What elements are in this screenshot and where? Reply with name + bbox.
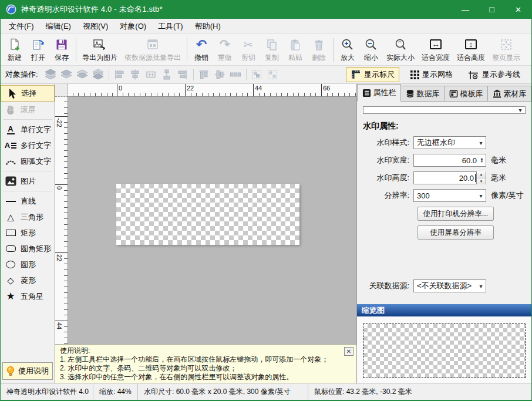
ungroup-icon bbox=[265, 68, 281, 82]
fit-height-icon: ↕ bbox=[465, 39, 477, 49]
tool-diamond[interactable]: ◇ 菱形 bbox=[1, 272, 55, 288]
toolbar-separator bbox=[333, 38, 334, 62]
new-button[interactable]: 新建 bbox=[3, 35, 26, 64]
fit-height-button[interactable]: ↕ 适合高度 bbox=[453, 35, 489, 64]
toolbox-separator bbox=[3, 119, 52, 120]
toolbox-separator bbox=[3, 171, 52, 171]
help-line-1: 1. 左侧工具栏中选择一个功能后，在画布区域按住鼠标左键拖动，即可添加一个对象； bbox=[60, 355, 352, 364]
status-zoom-level: 缩放: 44% bbox=[93, 384, 138, 400]
batch-export-icon bbox=[146, 36, 160, 52]
ruler-icon bbox=[351, 69, 361, 80]
watermark-height-input[interactable]: 20.0 ▲▼ bbox=[413, 171, 486, 184]
tool-arc-text[interactable]: 圆弧文字 bbox=[1, 153, 55, 169]
design-canvas[interactable] bbox=[68, 97, 356, 344]
distribute-horizontal-icon bbox=[228, 68, 244, 82]
width-spin-arrows[interactable]: ▲▼ bbox=[478, 157, 486, 163]
zoom-in-button[interactable]: 放大 bbox=[336, 35, 359, 64]
datasource-label: 关联数据源: bbox=[362, 281, 413, 291]
watermark-width-input[interactable]: 60.0 ▲▼ bbox=[413, 154, 486, 167]
chevron-down-icon: ▾ bbox=[516, 107, 525, 113]
thumbnail-header: 缩览图 bbox=[357, 304, 531, 316]
style-label: 水印样式: bbox=[362, 137, 413, 148]
use-printer-resolution-button[interactable]: 使用打印机分辨率... bbox=[417, 207, 494, 221]
minimize-button[interactable]: — bbox=[452, 0, 479, 19]
tool-rounded-rectangle[interactable]: 圆角矩形 bbox=[1, 241, 55, 257]
tab-properties[interactable]: 属性栏 bbox=[357, 84, 401, 102]
ruler-corner bbox=[55, 84, 68, 97]
maximize-button[interactable]: □ bbox=[479, 0, 505, 19]
width-label: 水印宽度: bbox=[362, 155, 413, 166]
menu-edit[interactable]: 编辑(E) bbox=[40, 19, 77, 33]
object-selector-dropdown[interactable]: ▾ bbox=[363, 106, 526, 114]
tool-star[interactable]: ★ 五角星 bbox=[1, 288, 55, 304]
material-bank-icon bbox=[493, 89, 501, 98]
show-ruler-toggle[interactable]: 显示标尺 bbox=[346, 67, 399, 82]
export-image-icon bbox=[92, 36, 107, 52]
watermark-artboard[interactable] bbox=[116, 184, 299, 245]
canvas-body: -22 0 22 44 bbox=[55, 97, 356, 344]
usage-instructions-box: 使用说明: 1. 左侧工具栏中选择一个功能后，在画布区域按住鼠标左键拖动，即可添… bbox=[55, 344, 356, 383]
h-ruler-label: 22 bbox=[187, 85, 194, 92]
menu-object[interactable]: 对象(O) bbox=[114, 19, 152, 33]
watermark-style-dropdown[interactable]: 无边框水印 ▾ bbox=[413, 136, 486, 149]
vertical-ruler-ticks bbox=[64, 97, 68, 344]
status-mouse-position: 鼠标位置: 43.2 毫米, -30.2 毫米 bbox=[308, 384, 531, 400]
tool-select[interactable]: 选择 bbox=[1, 85, 55, 102]
grid-icon bbox=[410, 70, 419, 79]
resolution-label: 分辨率: bbox=[362, 190, 413, 201]
resolution-unit: 像素/英寸 bbox=[491, 190, 524, 201]
app-window: 神奇透明水印设计软件 4.0 - 未命名1.stb* — □ ✕ 文件(F) 编… bbox=[0, 0, 532, 401]
tool-triangle[interactable]: △ 三角形 bbox=[1, 209, 55, 225]
horizontal-ruler-ticks bbox=[68, 93, 356, 96]
tab-database[interactable]: 数据库 bbox=[401, 86, 445, 102]
show-guides-toggle[interactable]: 显示参考线 bbox=[464, 68, 524, 82]
tool-rectangle[interactable]: 矩形 bbox=[1, 225, 55, 241]
select-cursor-icon bbox=[4, 88, 19, 99]
tab-templates[interactable]: 模板库 bbox=[445, 86, 488, 102]
cut-scissors-icon: ✂ bbox=[244, 36, 254, 52]
properties-list-icon bbox=[362, 89, 371, 97]
tab-materials[interactable]: 素材库 bbox=[488, 86, 531, 102]
open-button[interactable]: 打开 bbox=[26, 35, 50, 64]
object-operations-bar: 对象操作: 显示标尺 显示网格 显示参考线 bbox=[1, 66, 531, 84]
panel-body: ▾ 水印属性: 水印样式: 无边框水印 ▾ 水印宽度: 60.0 ▲▼ bbox=[357, 102, 531, 383]
chevron-down-icon: ▾ bbox=[476, 140, 486, 146]
undo-button[interactable]: ↶ 撤销 bbox=[190, 35, 213, 64]
new-document-icon bbox=[8, 36, 22, 52]
tool-line[interactable]: 直线 bbox=[1, 193, 55, 209]
redo-button: ↷ 重做 bbox=[213, 35, 237, 64]
menu-file[interactable]: 文件(F) bbox=[3, 19, 40, 33]
distribute-vertical-icon bbox=[159, 68, 175, 82]
datasource-dropdown[interactable]: <不关联数据源> ▾ bbox=[413, 279, 486, 292]
v-ruler-label: 22 bbox=[56, 254, 63, 261]
help-close-button[interactable]: ✕ bbox=[344, 347, 353, 356]
app-logo-icon bbox=[6, 4, 16, 15]
zoom-in-icon bbox=[341, 36, 355, 52]
tool-circle[interactable]: 圆形 bbox=[1, 257, 55, 272]
actual-size-button[interactable]: 实际大小 bbox=[383, 35, 418, 64]
objectbar-separator bbox=[193, 69, 194, 80]
v-ruler-label: 44 bbox=[56, 322, 63, 329]
fit-width-button[interactable]: ↔ 适合宽度 bbox=[418, 35, 453, 64]
show-grid-toggle[interactable]: 显示网格 bbox=[406, 68, 457, 82]
usage-help-button[interactable]: 使用说明 bbox=[2, 362, 53, 380]
copy-icon bbox=[265, 36, 278, 52]
close-button[interactable]: ✕ bbox=[505, 0, 531, 19]
menu-help[interactable]: 帮助(H) bbox=[189, 19, 227, 33]
tool-multi-line-text[interactable]: A 多行文字 bbox=[1, 137, 55, 153]
objectbar-separator bbox=[109, 69, 109, 80]
tool-single-line-text[interactable]: A 单行文字 bbox=[1, 122, 55, 137]
help-line-3: 3. 选择水印中的任意一个对象，在右侧的属性栏里可以调整该对象的属性。 bbox=[60, 373, 352, 382]
paste-clipboard-icon bbox=[289, 36, 302, 52]
menu-tools[interactable]: 工具(T) bbox=[152, 19, 189, 33]
delete-trash-icon bbox=[312, 36, 325, 52]
menu-view[interactable]: 视图(V) bbox=[77, 19, 114, 33]
zoom-out-button[interactable]: 缩小 bbox=[359, 35, 383, 64]
open-file-icon bbox=[31, 36, 45, 52]
resolution-dropdown[interactable]: 300 ▾ bbox=[413, 189, 486, 202]
height-spin-buttons[interactable]: ▲▼ bbox=[476, 171, 486, 184]
export-image-button[interactable]: 导出为图片 bbox=[79, 35, 121, 64]
tool-image[interactable]: 图片 bbox=[1, 173, 55, 189]
use-screen-resolution-button[interactable]: 使用屏幕分辨率 bbox=[417, 225, 494, 240]
save-button[interactable]: 保存 bbox=[50, 35, 73, 64]
